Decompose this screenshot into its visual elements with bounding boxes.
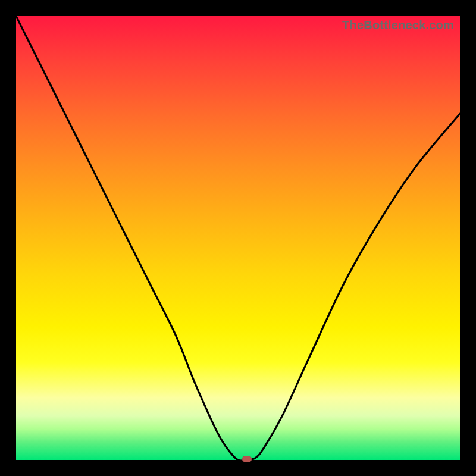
bottleneck-curve <box>16 16 460 460</box>
chart-frame: TheBottleneck.com <box>0 0 476 476</box>
curve-path <box>16 16 460 460</box>
plot-area: TheBottleneck.com <box>16 16 460 460</box>
optimal-marker <box>242 456 252 462</box>
